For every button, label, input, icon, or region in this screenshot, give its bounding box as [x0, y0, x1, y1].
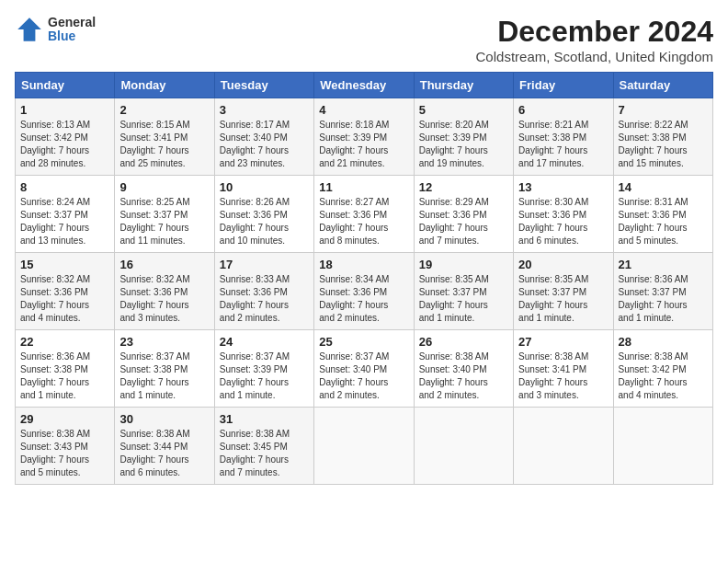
day-number: 22: [20, 335, 109, 349]
table-row: 31Sunrise: 8:38 AM Sunset: 3:45 PM Dayli…: [214, 408, 313, 485]
table-row: 9Sunrise: 8:25 AM Sunset: 3:37 PM Daylig…: [115, 176, 214, 253]
day-info: Sunrise: 8:24 AM Sunset: 3:37 PM Dayligh…: [20, 196, 109, 247]
day-info: Sunrise: 8:38 AM Sunset: 3:42 PM Dayligh…: [619, 350, 708, 402]
day-info: Sunrise: 8:36 AM Sunset: 3:37 PM Dayligh…: [619, 273, 708, 325]
table-row: 2Sunrise: 8:15 AM Sunset: 3:41 PM Daylig…: [115, 98, 214, 176]
table-row: 8Sunrise: 8:24 AM Sunset: 3:37 PM Daylig…: [16, 176, 115, 253]
day-number: 30: [119, 412, 209, 426]
logo-blue-text: Blue: [48, 29, 96, 43]
col-monday: Monday: [115, 73, 214, 98]
day-number: 24: [220, 335, 309, 349]
day-info: Sunrise: 8:37 AM Sunset: 3:38 PM Dayligh…: [119, 350, 209, 402]
day-info: Sunrise: 8:26 AM Sunset: 3:36 PM Dayligh…: [220, 196, 309, 247]
day-number: 25: [319, 335, 408, 349]
table-row: 17Sunrise: 8:33 AM Sunset: 3:36 PM Dayli…: [214, 253, 313, 330]
day-info: Sunrise: 8:13 AM Sunset: 3:42 PM Dayligh…: [20, 119, 109, 170]
day-info: Sunrise: 8:22 AM Sunset: 3:38 PM Dayligh…: [619, 119, 708, 170]
col-wednesday: Wednesday: [314, 73, 414, 98]
logo-icon: [15, 15, 44, 44]
day-info: Sunrise: 8:18 AM Sunset: 3:39 PM Dayligh…: [319, 119, 408, 170]
table-row: 3Sunrise: 8:17 AM Sunset: 3:40 PM Daylig…: [214, 98, 313, 176]
day-number: 16: [119, 258, 209, 271]
day-number: 26: [419, 335, 508, 349]
table-row: 11Sunrise: 8:27 AM Sunset: 3:36 PM Dayli…: [314, 176, 414, 253]
day-info: Sunrise: 8:37 AM Sunset: 3:40 PM Dayligh…: [319, 350, 408, 402]
col-saturday: Saturday: [613, 73, 712, 98]
day-info: Sunrise: 8:33 AM Sunset: 3:36 PM Dayligh…: [220, 273, 309, 325]
title-block: December 2024 Coldstream, Scotland, Unit…: [476, 15, 713, 64]
table-row: 1Sunrise: 8:13 AM Sunset: 3:42 PM Daylig…: [16, 98, 115, 176]
logo-text: General Blue: [48, 16, 96, 44]
day-info: Sunrise: 8:38 AM Sunset: 3:43 PM Dayligh…: [20, 428, 109, 479]
table-row: 4Sunrise: 8:18 AM Sunset: 3:39 PM Daylig…: [314, 98, 414, 176]
day-info: Sunrise: 8:32 AM Sunset: 3:36 PM Dayligh…: [20, 273, 109, 325]
day-info: Sunrise: 8:32 AM Sunset: 3:36 PM Dayligh…: [119, 273, 209, 325]
day-number: 23: [119, 335, 209, 349]
table-row: 12Sunrise: 8:29 AM Sunset: 3:36 PM Dayli…: [414, 176, 513, 253]
col-tuesday: Tuesday: [214, 73, 313, 98]
table-row: 29Sunrise: 8:38 AM Sunset: 3:43 PM Dayli…: [16, 408, 115, 485]
day-number: 11: [319, 180, 408, 194]
calendar-subtitle: Coldstream, Scotland, United Kingdom: [476, 49, 713, 64]
day-info: Sunrise: 8:38 AM Sunset: 3:44 PM Dayligh…: [119, 428, 209, 479]
col-friday: Friday: [514, 73, 613, 98]
col-sunday: Sunday: [16, 73, 115, 98]
day-number: 2: [119, 103, 209, 117]
day-info: Sunrise: 8:27 AM Sunset: 3:36 PM Dayligh…: [319, 196, 408, 247]
day-number: 18: [319, 258, 408, 271]
table-row: 6Sunrise: 8:21 AM Sunset: 3:38 PM Daylig…: [514, 98, 613, 176]
table-row: 21Sunrise: 8:36 AM Sunset: 3:37 PM Dayli…: [613, 253, 712, 330]
table-row: 22Sunrise: 8:36 AM Sunset: 3:38 PM Dayli…: [16, 330, 115, 408]
day-info: Sunrise: 8:29 AM Sunset: 3:36 PM Dayligh…: [419, 196, 508, 247]
table-row: [414, 408, 513, 485]
table-row: [514, 408, 613, 485]
day-info: Sunrise: 8:37 AM Sunset: 3:39 PM Dayligh…: [220, 350, 309, 402]
page-header: General Blue December 2024 Coldstream, S…: [15, 15, 713, 64]
day-number: 31: [220, 412, 309, 426]
day-number: 17: [220, 258, 309, 271]
day-number: 6: [518, 103, 608, 117]
day-info: Sunrise: 8:38 AM Sunset: 3:45 PM Dayligh…: [220, 428, 309, 479]
day-number: 14: [619, 180, 708, 194]
day-info: Sunrise: 8:20 AM Sunset: 3:39 PM Dayligh…: [419, 119, 508, 170]
table-row: 7Sunrise: 8:22 AM Sunset: 3:38 PM Daylig…: [613, 98, 712, 176]
day-number: 28: [619, 335, 708, 349]
day-number: 21: [619, 258, 708, 271]
day-number: 4: [319, 103, 408, 117]
table-row: 19Sunrise: 8:35 AM Sunset: 3:37 PM Dayli…: [414, 253, 513, 330]
day-number: 10: [220, 180, 309, 194]
day-info: Sunrise: 8:36 AM Sunset: 3:38 PM Dayligh…: [20, 350, 109, 402]
table-row: 26Sunrise: 8:38 AM Sunset: 3:40 PM Dayli…: [414, 330, 513, 408]
table-row: 25Sunrise: 8:37 AM Sunset: 3:40 PM Dayli…: [314, 330, 414, 408]
day-number: 15: [20, 258, 109, 271]
day-info: Sunrise: 8:35 AM Sunset: 3:37 PM Dayligh…: [518, 273, 608, 325]
table-row: 30Sunrise: 8:38 AM Sunset: 3:44 PM Dayli…: [115, 408, 214, 485]
table-row: 15Sunrise: 8:32 AM Sunset: 3:36 PM Dayli…: [16, 253, 115, 330]
table-row: 24Sunrise: 8:37 AM Sunset: 3:39 PM Dayli…: [214, 330, 313, 408]
day-info: Sunrise: 8:38 AM Sunset: 3:41 PM Dayligh…: [518, 350, 608, 402]
calendar-title: December 2024: [476, 15, 713, 49]
day-info: Sunrise: 8:17 AM Sunset: 3:40 PM Dayligh…: [220, 119, 309, 170]
day-info: Sunrise: 8:21 AM Sunset: 3:38 PM Dayligh…: [518, 119, 608, 170]
table-row: 28Sunrise: 8:38 AM Sunset: 3:42 PM Dayli…: [613, 330, 712, 408]
day-number: 13: [518, 180, 608, 194]
day-info: Sunrise: 8:35 AM Sunset: 3:37 PM Dayligh…: [419, 273, 508, 325]
table-row: 16Sunrise: 8:32 AM Sunset: 3:36 PM Dayli…: [115, 253, 214, 330]
day-number: 8: [20, 180, 109, 194]
day-number: 5: [419, 103, 508, 117]
day-info: Sunrise: 8:30 AM Sunset: 3:36 PM Dayligh…: [518, 196, 608, 247]
logo-general-text: General: [48, 16, 96, 29]
table-row: [314, 408, 414, 485]
day-info: Sunrise: 8:38 AM Sunset: 3:40 PM Dayligh…: [419, 350, 508, 402]
table-row: 14Sunrise: 8:31 AM Sunset: 3:36 PM Dayli…: [613, 176, 712, 253]
day-info: Sunrise: 8:34 AM Sunset: 3:36 PM Dayligh…: [319, 273, 408, 325]
day-number: 3: [220, 103, 309, 117]
logo: General Blue: [15, 15, 96, 44]
day-info: Sunrise: 8:25 AM Sunset: 3:37 PM Dayligh…: [119, 196, 209, 247]
table-row: 5Sunrise: 8:20 AM Sunset: 3:39 PM Daylig…: [414, 98, 513, 176]
day-number: 1: [20, 103, 109, 117]
day-number: 20: [518, 258, 608, 271]
table-row: 13Sunrise: 8:30 AM Sunset: 3:36 PM Dayli…: [514, 176, 613, 253]
col-thursday: Thursday: [414, 73, 513, 98]
table-row: 20Sunrise: 8:35 AM Sunset: 3:37 PM Dayli…: [514, 253, 613, 330]
